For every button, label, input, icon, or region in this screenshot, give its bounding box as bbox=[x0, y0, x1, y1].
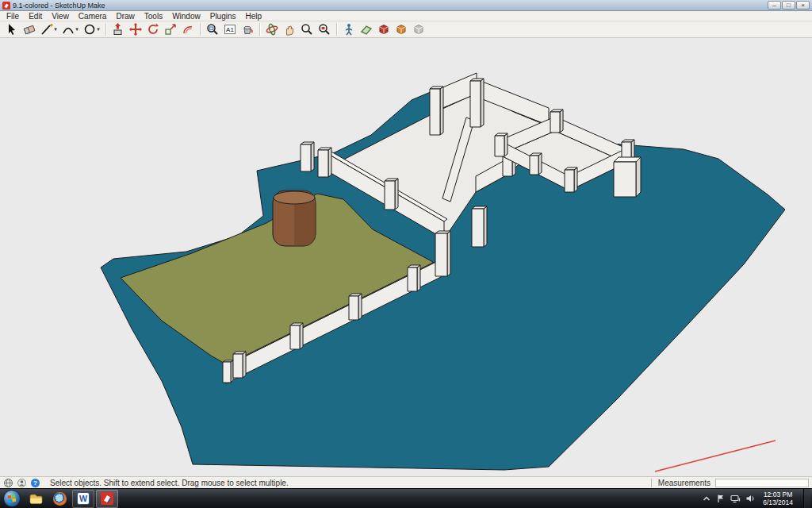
taskbar-explorer-button[interactable] bbox=[25, 490, 47, 508]
position-camera-icon bbox=[342, 22, 356, 37]
orange-cube-icon bbox=[394, 22, 408, 37]
zoom-window-tool-button[interactable] bbox=[204, 22, 221, 37]
zoom-extents-tool-button[interactable] bbox=[316, 22, 333, 37]
offset-tool-button[interactable] bbox=[179, 22, 197, 37]
model-barrel[interactable] bbox=[273, 190, 316, 246]
folder-icon bbox=[29, 493, 43, 505]
maximize-button[interactable]: □ bbox=[782, 1, 795, 10]
pillar[interactable] bbox=[408, 265, 420, 291]
menu-camera[interactable]: Camera bbox=[74, 11, 112, 21]
pillar[interactable] bbox=[385, 179, 398, 210]
close-button[interactable]: × bbox=[796, 1, 810, 10]
windows-taskbar: W 12:03 PM 6/13/2014 bbox=[0, 488, 812, 508]
taskbar-word-button[interactable]: W bbox=[72, 490, 94, 508]
menu-plugins[interactable]: Plugins bbox=[205, 11, 241, 21]
toolbar-separator bbox=[200, 23, 201, 36]
toolbar-separator bbox=[336, 23, 337, 36]
sketchup-icon bbox=[101, 492, 113, 505]
move-tool-button[interactable] bbox=[127, 22, 144, 37]
menu-view[interactable]: View bbox=[47, 11, 74, 21]
warehouse-tool-button[interactable] bbox=[375, 22, 393, 37]
clock-time: 12:03 PM bbox=[763, 491, 793, 498]
svg-text:?: ? bbox=[33, 479, 37, 487]
help-icon[interactable]: ? bbox=[30, 478, 40, 488]
arc-tool-dropdown[interactable]: ▾ bbox=[74, 26, 80, 33]
offset-icon bbox=[181, 22, 195, 37]
start-button[interactable] bbox=[3, 490, 21, 507]
system-tray: 12:03 PM 6/13/2014 bbox=[702, 489, 810, 508]
taskbar-sketchup-button[interactable] bbox=[96, 490, 118, 508]
menu-edit[interactable]: Edit bbox=[24, 11, 47, 21]
pillar[interactable] bbox=[223, 360, 233, 383]
section-plane-tool-button[interactable] bbox=[358, 22, 375, 37]
eraser-tool-button[interactable] bbox=[21, 22, 38, 37]
claim-credit-icon[interactable] bbox=[17, 478, 27, 488]
pillar[interactable] bbox=[435, 231, 450, 276]
pillar[interactable] bbox=[318, 148, 331, 177]
tray-clock[interactable]: 12:03 PM 6/13/2014 bbox=[763, 491, 793, 506]
zoom-extents-icon bbox=[317, 22, 331, 37]
show-hidden-icons-chevron-icon[interactable] bbox=[702, 494, 711, 503]
menu-bar: File Edit View Camera Draw Tools Window … bbox=[0, 11, 812, 21]
pushpull-icon bbox=[111, 22, 125, 37]
extension-tool-button[interactable] bbox=[393, 22, 410, 37]
pillar[interactable] bbox=[233, 352, 246, 378]
geolocation-icon[interactable] bbox=[3, 478, 13, 488]
pillar[interactable] bbox=[550, 110, 563, 133]
pillar[interactable] bbox=[470, 79, 484, 127]
measurements-label: Measurements bbox=[658, 479, 710, 487]
action-center-flag-icon[interactable] bbox=[716, 494, 726, 503]
scale-tool-button[interactable] bbox=[162, 22, 179, 37]
pillar[interactable] bbox=[301, 142, 314, 171]
text-tool-button[interactable]: A1 bbox=[221, 22, 239, 37]
pushpull-tool-button[interactable] bbox=[109, 22, 127, 37]
svg-text:A1: A1 bbox=[226, 26, 234, 33]
line-tool-dropdown[interactable]: ▾ bbox=[52, 26, 59, 33]
taskbar-firefox-button[interactable] bbox=[48, 490, 71, 508]
status-bar: ? Select objects. Shift to extend select… bbox=[0, 476, 812, 488]
clock-date: 6/13/2014 bbox=[763, 498, 793, 506]
network-icon[interactable] bbox=[730, 494, 741, 503]
gray-cube-icon bbox=[412, 22, 426, 37]
pillar[interactable] bbox=[349, 294, 362, 320]
section-plane-icon bbox=[359, 22, 373, 37]
menu-file[interactable]: File bbox=[2, 11, 24, 21]
measurements-field[interactable] bbox=[715, 479, 809, 487]
pillar[interactable] bbox=[290, 323, 303, 349]
eraser-icon bbox=[22, 22, 36, 37]
model-viewport[interactable] bbox=[0, 38, 812, 476]
pillar[interactable] bbox=[430, 87, 443, 135]
word-icon: W bbox=[77, 492, 90, 505]
pillar[interactable] bbox=[565, 167, 577, 192]
sketchup-scene[interactable] bbox=[0, 38, 812, 476]
select-icon bbox=[5, 22, 19, 37]
show-desktop-button[interactable] bbox=[803, 489, 810, 508]
firefox-icon bbox=[53, 492, 67, 506]
pillar[interactable] bbox=[530, 153, 542, 175]
menu-window[interactable]: Window bbox=[167, 11, 205, 21]
select-tool-button[interactable] bbox=[3, 22, 21, 37]
zoom-window-icon bbox=[205, 22, 220, 37]
shape-tool-dropdown[interactable]: ▾ bbox=[95, 26, 102, 33]
minimize-button[interactable]: – bbox=[768, 1, 781, 10]
model-outer-column[interactable] bbox=[614, 157, 641, 197]
menu-help[interactable]: Help bbox=[241, 11, 267, 21]
red-axis-line bbox=[655, 441, 776, 471]
orbit-tool-button[interactable] bbox=[263, 22, 281, 37]
pan-tool-button[interactable] bbox=[281, 22, 298, 37]
menu-draw[interactable]: Draw bbox=[111, 11, 139, 21]
rotate-icon bbox=[146, 22, 160, 37]
zoom-tool-button[interactable] bbox=[298, 22, 316, 37]
position-camera-tool-button[interactable] bbox=[340, 22, 358, 37]
sketchup-app-icon bbox=[2, 2, 10, 10]
volume-icon[interactable] bbox=[745, 494, 756, 503]
title-bar: 9.1-colored - SketchUp Make – □ × bbox=[0, 0, 812, 11]
paint-bucket-tool-button[interactable] bbox=[239, 22, 256, 37]
menu-tools[interactable]: Tools bbox=[140, 11, 167, 21]
status-message: Select objects. Shift to extend select. … bbox=[50, 479, 645, 487]
rotate-tool-button[interactable] bbox=[144, 22, 162, 37]
main-toolbar: ▾ ▾ ▾ A1 bbox=[0, 21, 812, 38]
components-tool-button-disabled bbox=[410, 22, 427, 37]
pillar[interactable] bbox=[495, 133, 508, 156]
pillar[interactable] bbox=[472, 206, 487, 247]
